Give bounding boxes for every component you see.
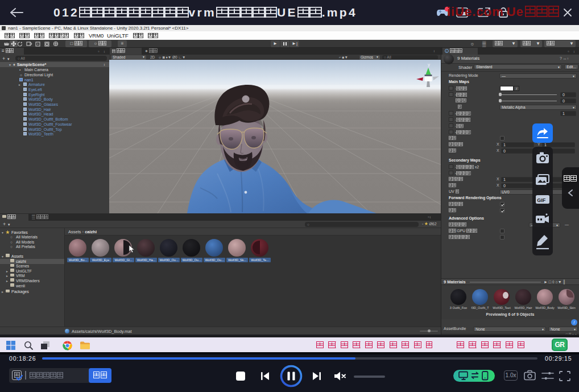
svg-text:y: y [428, 62, 430, 67]
svg-text:x: x [413, 77, 416, 81]
svg-text:GIF: GIF [537, 197, 546, 203]
